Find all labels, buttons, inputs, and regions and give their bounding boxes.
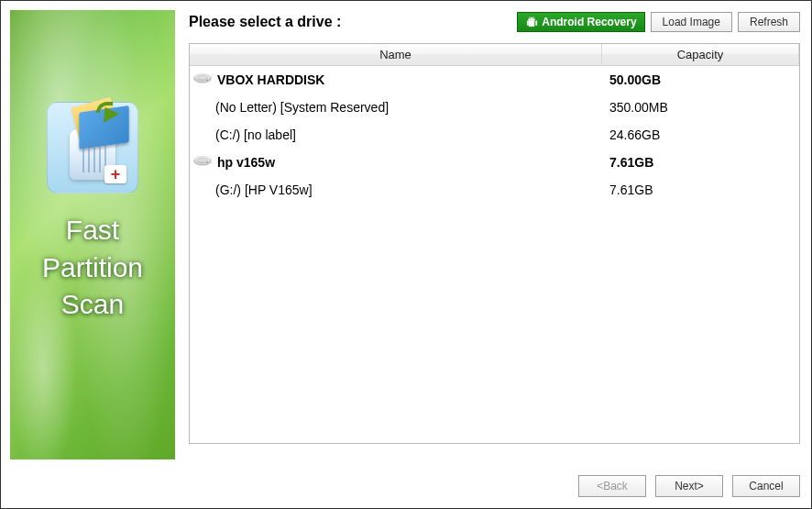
page-title: Please select a drive : <box>189 14 341 30</box>
drive-name: VBOX HARDDISK <box>217 72 324 87</box>
partition-capacity: 24.66GB <box>602 127 799 142</box>
svg-point-1 <box>533 18 534 19</box>
column-header-name[interactable]: Name <box>190 44 602 65</box>
partition-name: (C:/) [no label] <box>215 127 296 142</box>
drive-name: hp v165w <box>217 155 275 170</box>
svg-point-0 <box>530 18 531 19</box>
hard-disk-icon <box>193 156 212 169</box>
sidebar: + Fast Partition Scan <box>10 10 175 459</box>
partition-name: (No Letter) [System Reserved] <box>215 100 389 115</box>
load-image-button[interactable]: Load Image <box>651 12 732 32</box>
partition-name: (G:/) [HP V165w] <box>215 183 313 197</box>
cancel-button[interactable]: Cancel <box>732 475 800 497</box>
svg-point-8 <box>197 158 208 162</box>
column-header-capacity[interactable]: Capacity <box>602 44 799 65</box>
drive-capacity: 7.61GB <box>602 155 799 170</box>
svg-point-9 <box>206 162 208 164</box>
android-icon <box>525 16 538 28</box>
drive-table: Name Capacity VBOX HARDDISK50.00GB(No Le… <box>189 43 800 444</box>
back-button[interactable]: <Back <box>578 475 646 497</box>
next-button[interactable]: Next> <box>655 475 723 497</box>
app-logo-icon: + <box>47 102 138 194</box>
partition-row[interactable]: (G:/) [HP V165w]7.61GB <box>190 176 799 204</box>
svg-point-5 <box>206 80 208 82</box>
drive-capacity: 50.00GB <box>602 72 799 87</box>
sidebar-title: Fast Partition Scan <box>10 212 175 324</box>
partition-capacity: 7.61GB <box>602 183 799 197</box>
medical-cross-icon: + <box>104 165 126 183</box>
partition-capacity: 350.00MB <box>602 100 799 115</box>
drive-row[interactable]: VBOX HARDDISK50.00GB <box>190 66 799 94</box>
refresh-button[interactable]: Refresh <box>738 12 800 32</box>
drive-row[interactable]: hp v165w7.61GB <box>190 149 799 176</box>
partition-row[interactable]: (No Letter) [System Reserved]350.00MB <box>190 94 799 121</box>
hard-disk-icon <box>193 73 212 86</box>
partition-row[interactable]: (C:/) [no label]24.66GB <box>190 121 799 149</box>
svg-point-4 <box>197 75 208 80</box>
android-recovery-button[interactable]: Android Recovery <box>517 12 644 32</box>
